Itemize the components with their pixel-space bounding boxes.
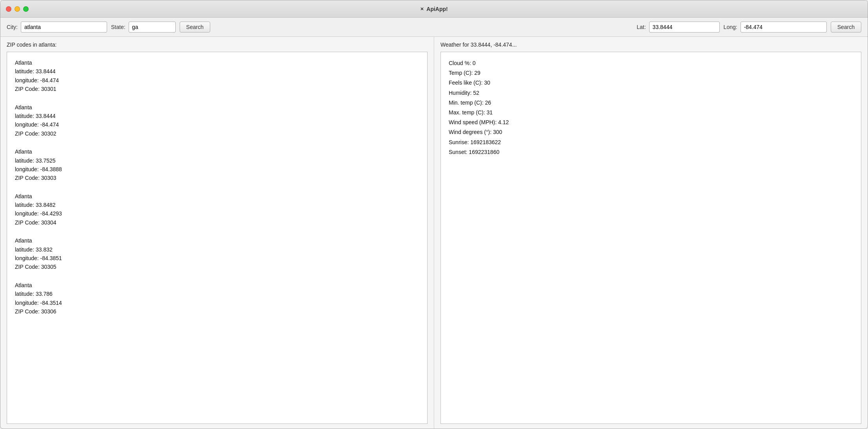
weather-info: Cloud %: 0 Temp (C): 29 Feels like (C): … xyxy=(449,58,853,157)
weather-panel-title: Weather for 33.8444, -84.474... xyxy=(440,42,861,48)
zip-code-1: ZIP Code: 30301 xyxy=(15,85,419,93)
state-input[interactable] xyxy=(129,22,176,33)
zip-lat-3: latitude: 33.7525 xyxy=(15,156,419,165)
weather-max-temp: Max. temp (C): 31 xyxy=(449,108,853,118)
weather-feels-like: Feels like (C): 30 xyxy=(449,78,853,88)
zip-lon-2: longitude: -84.474 xyxy=(15,120,419,129)
lat-label: Lat: xyxy=(637,24,646,30)
zip-code-3: ZIP Code: 30303 xyxy=(15,174,419,182)
long-input[interactable] xyxy=(741,22,827,33)
zip-city-4: Atlanta xyxy=(15,192,419,201)
zip-panel-title: ZIP codes in atlanta: xyxy=(7,42,428,48)
weather-temp: Temp (C): 29 xyxy=(449,68,853,78)
zip-code-5: ZIP Code: 30305 xyxy=(15,262,419,271)
weather-wind-degrees: Wind degrees (°): 300 xyxy=(449,127,853,137)
main-content: ZIP codes in atlanta: Atlanta latitude: … xyxy=(0,37,868,429)
zip-lon-6: longitude: -84.3514 xyxy=(15,299,419,307)
zip-scroll-area[interactable]: Atlanta latitude: 33.8444 longitude: -84… xyxy=(7,52,428,424)
weather-min-temp: Min. temp (C): 26 xyxy=(449,98,853,108)
city-section: City: xyxy=(7,22,107,33)
zip-lat-4: latitude: 33.8482 xyxy=(15,201,419,209)
toolbar: City: State: Search Lat: Long: Search xyxy=(0,18,868,37)
zip-entry-5: Atlanta latitude: 33.832 longitude: -84.… xyxy=(15,236,419,272)
lat-input[interactable] xyxy=(649,22,720,33)
zip-lon-5: longitude: -84.3851 xyxy=(15,254,419,262)
right-panel: Weather for 33.8444, -84.474... Cloud %:… xyxy=(434,37,868,429)
zip-lon-4: longitude: -84.4293 xyxy=(15,209,419,218)
close-button[interactable] xyxy=(6,6,11,12)
zip-entry-4: Atlanta latitude: 33.8482 longitude: -84… xyxy=(15,192,419,227)
weather-sunset: Sunset: 1692231860 xyxy=(449,147,853,157)
window-title: ApiApp! xyxy=(426,6,448,12)
weather-scroll-area[interactable]: Cloud %: 0 Temp (C): 29 Feels like (C): … xyxy=(440,52,861,424)
zip-city-3: Atlanta xyxy=(15,147,419,156)
state-section: State: xyxy=(111,22,176,33)
zip-city-6: Atlanta xyxy=(15,281,419,290)
minimize-button[interactable] xyxy=(15,6,20,12)
zip-code-4: ZIP Code: 30304 xyxy=(15,218,419,227)
search-city-button[interactable]: Search xyxy=(180,22,210,33)
state-label: State: xyxy=(111,24,126,30)
weather-cloud: Cloud %: 0 xyxy=(449,58,853,68)
zip-lat-1: latitude: 33.8444 xyxy=(15,67,419,76)
left-panel: ZIP codes in atlanta: Atlanta latitude: … xyxy=(0,37,434,429)
zip-city-2: Atlanta xyxy=(15,103,419,112)
weather-wind-speed: Wind speed (MPH): 4.12 xyxy=(449,118,853,127)
zip-entry-2: Atlanta latitude: 33.8444 longitude: -84… xyxy=(15,103,419,138)
zip-entry-6: Atlanta latitude: 33.786 longitude: -84.… xyxy=(15,281,419,316)
search-weather-button[interactable]: Search xyxy=(831,22,861,33)
zip-lat-5: latitude: 33.832 xyxy=(15,245,419,254)
zip-lat-6: latitude: 33.786 xyxy=(15,290,419,298)
lat-section: Lat: xyxy=(637,22,719,33)
zip-entry-1: Atlanta latitude: 33.8444 longitude: -84… xyxy=(15,58,419,94)
maximize-button[interactable] xyxy=(23,6,29,12)
zip-city-1: Atlanta xyxy=(15,58,419,67)
long-label: Long: xyxy=(724,24,737,30)
weather-humidity: Humidity: 52 xyxy=(449,88,853,98)
window-controls xyxy=(6,6,29,12)
zip-city-5: Atlanta xyxy=(15,236,419,245)
app-window: ✕ ApiApp! City: State: Search Lat: Long:… xyxy=(0,0,868,429)
title-bar: ✕ ApiApp! xyxy=(0,0,868,18)
city-input[interactable] xyxy=(21,22,107,33)
zip-code-2: ZIP Code: 30302 xyxy=(15,129,419,138)
long-section: Long: xyxy=(724,22,827,33)
city-label: City: xyxy=(7,24,18,30)
zip-lon-1: longitude: -84.474 xyxy=(15,76,419,85)
weather-sunrise: Sunrise: 1692183622 xyxy=(449,138,853,147)
zip-lon-3: longitude: -84.3888 xyxy=(15,165,419,174)
zip-lat-2: latitude: 33.8444 xyxy=(15,112,419,120)
zip-entry-3: Atlanta latitude: 33.7525 longitude: -84… xyxy=(15,147,419,183)
title-icon: ✕ xyxy=(420,6,424,12)
zip-code-6: ZIP Code: 30306 xyxy=(15,307,419,316)
